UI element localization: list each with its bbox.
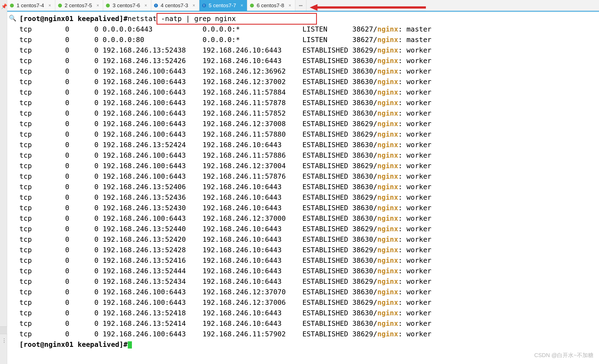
close-icon[interactable]: × — [289, 3, 291, 8]
tab-centos7-7[interactable]: !5 centos7-7× — [199, 0, 248, 11]
netstat-row: tcp 0 0 192.168.246.100:6443 192.168.246… — [19, 150, 598, 161]
tab-label: 1 centos7-4 — [17, 2, 44, 9]
tab-centos7-8[interactable]: 6 centos7-8× — [247, 0, 295, 11]
netstat-row: tcp 0 0 192.168.246.100:6443 192.168.246… — [19, 171, 598, 182]
tab-centos7-3[interactable]: !4 centos7-3× — [151, 0, 199, 11]
netstat-row: tcp 0 0 192.168.246.100:6443 192.168.246… — [19, 108, 598, 119]
netstat-row: tcp 0 0 0.0.0.0:6443 0.0.0.0:* LISTEN 38… — [19, 24, 598, 35]
close-icon[interactable]: × — [97, 3, 99, 8]
tab-label: 6 centos7-8 — [257, 2, 284, 9]
netstat-row: tcp 0 0 192.168.246.100:6443 192.168.246… — [19, 77, 598, 87]
netstat-row: tcp 0 0 192.168.246.100:6443 192.168.246… — [19, 213, 598, 224]
netstat-row: tcp 0 0 192.168.246.100:6443 192.168.246… — [19, 129, 598, 140]
connected-dot-icon — [10, 4, 14, 7]
svg-marker-1 — [310, 4, 317, 11]
netstat-row: tcp 0 0 192.168.246.13:52420 192.168.246… — [19, 234, 598, 245]
watermark-text: CSDN @白开水~不加糖 — [534, 352, 593, 359]
netstat-row: tcp 0 0 192.168.246.100:6443 192.168.246… — [19, 87, 598, 98]
close-icon[interactable]: × — [241, 3, 243, 8]
connected-dot-icon — [58, 4, 62, 7]
new-tab-button[interactable]: ⋯ — [295, 0, 306, 11]
netstat-row: tcp 0 0 0.0.0.0:80 0.0.0.0:* LISTEN 3862… — [19, 35, 598, 45]
netstat-row: tcp 0 0 192.168.246.100:6443 192.168.246… — [19, 66, 598, 77]
tab-centos7-6[interactable]: 3 centos7-6× — [103, 0, 151, 11]
netstat-row: tcp 0 0 192.168.246.13:52434 192.168.246… — [19, 276, 598, 287]
info-dot-icon: ! — [202, 4, 206, 7]
netstat-row: tcp 0 0 192.168.246.13:52430 192.168.246… — [19, 203, 598, 213]
panel-grip[interactable] — [0, 326, 7, 334]
netstat-row: tcp 0 0 192.168.246.100:6443 192.168.246… — [19, 329, 598, 339]
netstat-row: tcp 0 0 192.168.246.100:6443 192.168.246… — [19, 161, 598, 171]
terminal-area[interactable]: 🔍 [root@nginx01 keepalived]#netstat -nat… — [7, 12, 599, 364]
netstat-row: tcp 0 0 192.168.246.13:52428 192.168.246… — [19, 245, 598, 255]
tab-centos7-5[interactable]: 2 centos7-5× — [55, 0, 103, 11]
netstat-row: tcp 0 0 192.168.246.13:52406 192.168.246… — [19, 182, 598, 192]
tab-label: 3 centos7-6 — [113, 2, 140, 9]
terminal-output[interactable]: [root@nginx01 keepalived]#netstat -natp … — [19, 14, 598, 350]
netstat-row: tcp 0 0 192.168.246.100:6443 192.168.246… — [19, 98, 598, 108]
close-icon[interactable]: × — [145, 3, 147, 8]
tab-centos7-4[interactable]: 1 centos7-4× — [7, 0, 55, 11]
netstat-row: tcp 0 0 192.168.246.13:52438 192.168.246… — [19, 45, 598, 56]
search-icon[interactable]: 🔍 — [9, 15, 16, 22]
netstat-row: tcp 0 0 192.168.246.100:6443 192.168.246… — [19, 287, 598, 297]
netstat-row: tcp 0 0 192.168.246.13:52418 192.168.246… — [19, 308, 598, 318]
netstat-row: tcp 0 0 192.168.246.13:52440 192.168.246… — [19, 224, 598, 234]
annotation-arrow — [310, 3, 426, 12]
tab-label: 2 centos7-5 — [65, 2, 92, 9]
netstat-row: tcp 0 0 192.168.246.100:6443 192.168.246… — [19, 297, 598, 308]
netstat-row: tcp 0 0 192.168.246.13:52414 192.168.246… — [19, 318, 598, 329]
pin-icon[interactable]: 📌 — [1, 3, 7, 9]
netstat-row: tcp 0 0 192.168.246.100:6443 192.168.246… — [19, 119, 598, 129]
netstat-row: tcp 0 0 192.168.246.13:52426 192.168.246… — [19, 56, 598, 66]
netstat-row: tcp 0 0 192.168.246.13:52436 192.168.246… — [19, 192, 598, 203]
prompt-line: [root@nginx01 keepalived]#netstat -natp … — [19, 14, 598, 24]
tab-label: 4 centos7-3 — [161, 2, 188, 9]
netstat-row: tcp 0 0 192.168.246.13:52424 192.168.246… — [19, 140, 598, 150]
terminal-gutter-tools: 🔍 — [9, 15, 16, 22]
prompt-line: [root@nginx01 keepalived]# — [19, 339, 598, 350]
netstat-row: tcp 0 0 192.168.246.13:52416 192.168.246… — [19, 255, 598, 266]
cursor — [128, 341, 132, 349]
info-dot-icon: ! — [154, 4, 158, 7]
close-icon[interactable]: × — [192, 3, 195, 8]
left-gutter: 📌 ⋮ — [0, 0, 7, 364]
connected-dot-icon — [106, 4, 110, 7]
connected-dot-icon — [250, 4, 254, 7]
tab-label: 5 centos7-7 — [209, 2, 236, 9]
panel-dots-icon: ⋮ — [2, 337, 7, 343]
netstat-row: tcp 0 0 192.168.246.13:52444 192.168.246… — [19, 266, 598, 276]
tab-strip: 1 centos7-4×2 centos7-5×3 centos7-6×!4 c… — [7, 0, 599, 12]
close-icon[interactable]: × — [48, 3, 51, 8]
